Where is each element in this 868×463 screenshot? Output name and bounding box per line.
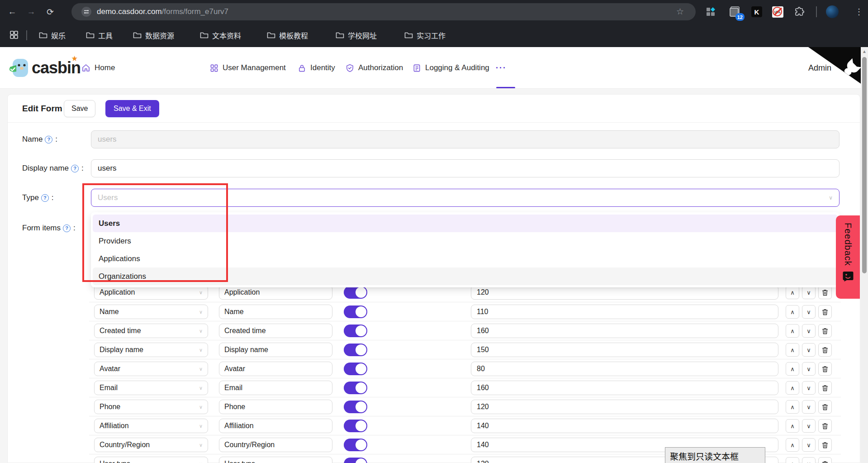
move-up-button[interactable]: ∧ (786, 324, 799, 338)
display-name-input[interactable] (91, 159, 840, 177)
row-visible-toggle[interactable] (344, 420, 367, 432)
help-tooltip-icon[interactable]: ? (45, 136, 52, 143)
delete-row-button[interactable] (818, 419, 832, 433)
browser-profile-avatar[interactable] (825, 5, 839, 19)
delete-row-button[interactable] (818, 286, 832, 299)
bookmark-folder[interactable]: 学校网址 (336, 24, 377, 47)
move-up-button[interactable]: ∧ (786, 305, 799, 319)
row-visible-toggle[interactable] (344, 439, 367, 451)
move-down-button[interactable]: ∨ (802, 343, 816, 357)
delete-row-button[interactable] (818, 438, 832, 452)
row-width-input[interactable] (471, 419, 778, 433)
delete-row-button[interactable] (818, 305, 832, 319)
bookmark-folder[interactable]: 数据资源 (133, 24, 174, 47)
nav-item-logging-auditing[interactable]: Logging & Auditing (413, 47, 489, 89)
row-name-select[interactable]: Phone ∨ (94, 400, 208, 414)
row-width-input[interactable] (471, 324, 778, 338)
delete-row-button[interactable] (818, 324, 832, 338)
site-info-icon[interactable] (81, 7, 91, 17)
row-width-input[interactable] (471, 400, 778, 414)
back-icon[interactable]: ← (5, 5, 19, 19)
reload-icon[interactable]: ⟳ (43, 5, 57, 19)
row-width-input[interactable] (471, 362, 778, 376)
casbin-logo[interactable]: casbin★ (8, 56, 81, 80)
row-visible-toggle[interactable] (344, 344, 367, 356)
nav-item-home[interactable]: Home (81, 47, 115, 89)
move-up-button[interactable]: ∧ (786, 362, 799, 376)
move-up-button[interactable]: ∧ (786, 400, 799, 414)
move-up-button[interactable]: ∧ (786, 343, 799, 357)
url-text[interactable]: demo.casdoor.com/forms/form_e7urv7 (97, 3, 228, 20)
row-visible-toggle[interactable] (344, 401, 367, 413)
row-display-name-input[interactable] (219, 324, 332, 338)
row-name-select[interactable]: Display name ∨ (94, 343, 208, 357)
row-visible-toggle[interactable] (344, 363, 367, 375)
extension-url-blocker-icon[interactable]: URL (771, 5, 784, 19)
save-exit-button[interactable]: Save & Exit (105, 100, 159, 117)
extension-tabs-icon[interactable]: 12 (728, 5, 742, 19)
dropdown-option[interactable]: Providers (93, 232, 838, 250)
dropdown-option[interactable]: Users (93, 215, 838, 232)
extension-grid-diamond-icon[interactable] (704, 5, 717, 19)
forward-icon[interactable]: → (24, 5, 38, 19)
row-display-name-input[interactable] (219, 362, 332, 376)
browser-menu-icon[interactable]: ⋮ (852, 5, 866, 19)
address-bar[interactable]: demo.casdoor.com/forms/form_e7urv7 ☆ (71, 3, 696, 20)
extension-k-icon[interactable]: K (750, 5, 764, 19)
row-width-input[interactable] (471, 381, 778, 395)
row-visible-toggle[interactable] (344, 286, 367, 299)
move-down-button[interactable]: ∨ (802, 419, 816, 433)
extensions-puzzle-icon[interactable] (792, 5, 806, 19)
move-down-button[interactable]: ∨ (802, 286, 816, 299)
page-scrollbar[interactable]: ▲ (861, 47, 868, 463)
delete-row-button[interactable] (818, 381, 832, 395)
nav-item-authorization[interactable]: Authorization (346, 47, 403, 89)
scrollbar-thumb[interactable] (862, 57, 867, 273)
row-display-name-input[interactable] (219, 438, 332, 452)
row-name-select[interactable]: User type ∨ (94, 457, 208, 463)
move-down-button[interactable]: ∨ (802, 305, 816, 319)
move-down-button[interactable]: ∨ (802, 362, 816, 376)
move-down-button[interactable]: ∨ (802, 438, 816, 452)
row-display-name-input[interactable] (219, 343, 332, 357)
move-down-button[interactable]: ∨ (802, 324, 816, 338)
row-width-input[interactable] (471, 343, 778, 357)
move-up-button[interactable]: ∧ (786, 286, 799, 299)
row-display-name-input[interactable] (219, 400, 332, 414)
row-name-select[interactable]: Created time ∨ (94, 324, 208, 338)
name-input[interactable] (91, 130, 840, 148)
bookmark-folder[interactable]: 文本资料 (200, 24, 241, 47)
apps-grid-icon[interactable] (10, 31, 18, 41)
move-up-button[interactable]: ∧ (786, 457, 799, 463)
delete-row-button[interactable] (818, 343, 832, 357)
row-visible-toggle[interactable] (344, 458, 367, 463)
delete-row-button[interactable] (818, 457, 832, 463)
scrollbar-up-arrow[interactable]: ▲ (861, 48, 868, 55)
move-down-button[interactable]: ∨ (802, 457, 816, 463)
help-tooltip-icon[interactable]: ? (63, 224, 71, 232)
delete-row-button[interactable] (818, 400, 832, 414)
dropdown-option[interactable]: Applications (93, 250, 838, 267)
row-visible-toggle[interactable] (344, 325, 367, 337)
bookmark-folder[interactable]: 实习工作 (404, 24, 446, 47)
bookmark-folder[interactable]: 模板教程 (267, 24, 308, 47)
move-up-button[interactable]: ∧ (786, 438, 799, 452)
row-display-name-input[interactable] (219, 457, 332, 463)
bookmark-folder[interactable]: 工具 (86, 24, 113, 47)
row-display-name-input[interactable] (219, 381, 332, 395)
nav-item-more[interactable]: ··· (496, 47, 507, 89)
row-name-select[interactable]: Country/Region ∨ (94, 438, 208, 452)
help-tooltip-icon[interactable]: ? (41, 194, 49, 202)
delete-row-button[interactable] (818, 362, 832, 376)
row-width-input[interactable] (471, 305, 778, 319)
row-name-select[interactable]: Name ∨ (94, 305, 208, 319)
row-name-select[interactable]: Avatar ∨ (94, 362, 208, 376)
type-select[interactable]: Users ∨ (91, 189, 840, 207)
save-button[interactable]: Save (64, 100, 95, 117)
nav-item-identity[interactable]: Identity (298, 47, 335, 89)
move-up-button[interactable]: ∧ (786, 419, 799, 433)
row-display-name-input[interactable] (219, 419, 332, 433)
move-down-button[interactable]: ∨ (802, 400, 816, 414)
bookmark-star-icon[interactable]: ☆ (676, 6, 684, 17)
nav-item-user-management[interactable]: User Management (210, 47, 286, 89)
